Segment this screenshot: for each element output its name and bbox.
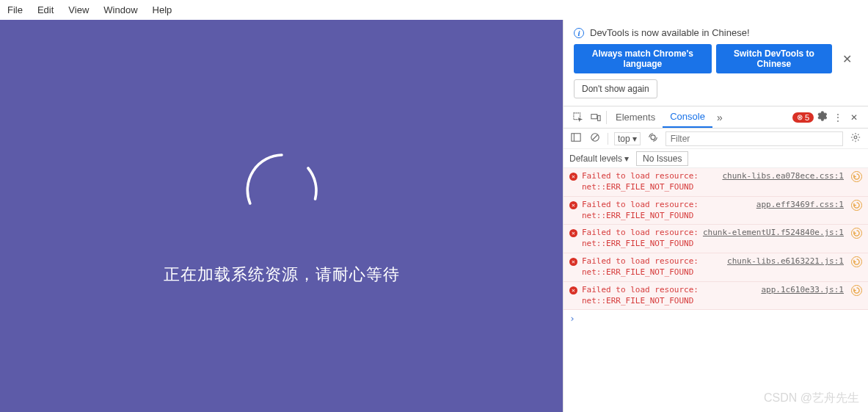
sidebar-toggle-icon[interactable] (569, 132, 583, 145)
error-icon: ✕ (569, 286, 577, 294)
more-tabs-icon[interactable]: » (712, 112, 727, 123)
console-output: ✕ Failed to load resource: net::ERR_FILE… (564, 168, 868, 412)
error-message: Failed to load resource: net::ERR_FILE_N… (582, 256, 723, 278)
console-toolbar-secondary: Default levels ▾ No Issues (564, 149, 868, 168)
console-error-row: ✕ Failed to load resource: net::ERR_FILE… (564, 225, 868, 253)
chevron-down-icon: ▾ (624, 153, 629, 164)
tab-elements[interactable]: Elements (608, 106, 663, 128)
console-error-row: ✕ Failed to load resource: net::ERR_FILE… (564, 253, 868, 282)
vm-icon[interactable] (851, 171, 862, 182)
error-icon: ✕ (569, 258, 577, 266)
filter-input[interactable] (665, 131, 843, 146)
devtools-locale-banner: i DevTools is now available in Chinese! … (564, 20, 868, 106)
console-settings-icon[interactable] (849, 132, 862, 145)
svg-point-8 (854, 136, 857, 139)
console-error-row: ✕ Failed to load resource: net::ERR_FILE… (564, 282, 868, 311)
info-icon: i (574, 28, 584, 38)
console-error-row: ✕ Failed to load resource: net::ERR_FILE… (564, 197, 868, 225)
chevron-down-icon: ▾ (632, 134, 637, 144)
error-source-link[interactable]: chunk-libs.ea078ece.css:1 (722, 171, 844, 181)
vm-icon[interactable] (851, 200, 862, 211)
banner-message: DevTools is now available in Chinese! (590, 27, 750, 38)
loading-text: 正在加载系统资源，请耐心等待 (164, 264, 400, 286)
error-message: Failed to load resource: net::ERR_FILE_N… (582, 200, 752, 222)
dont-show-again-button[interactable]: Don't show again (574, 79, 657, 98)
inspect-icon[interactable] (569, 106, 587, 128)
error-icon: ✕ (569, 201, 577, 209)
tab-console[interactable]: Console (663, 106, 712, 128)
error-source-link[interactable]: app.eff3469f.css:1 (756, 200, 844, 209)
app-menubar: File Edit View Window Help (0, 0, 868, 20)
vm-icon[interactable] (851, 228, 862, 239)
svg-rect-1 (591, 114, 597, 118)
issues-button[interactable]: No Issues (636, 151, 688, 166)
menu-window[interactable]: Window (96, 3, 145, 17)
error-message: Failed to load resource: net::ERR_FILE_N… (582, 228, 699, 250)
error-icon: ✕ (569, 173, 577, 181)
vm-icon[interactable] (851, 285, 862, 296)
svg-rect-3 (572, 134, 580, 142)
gear-icon[interactable] (814, 111, 830, 123)
console-error-row: ✕ Failed to load resource: net::ERR_FILE… (564, 168, 868, 197)
error-source-link[interactable]: chunk-libs.e6163221.js:1 (727, 256, 844, 266)
loading-spinner (238, 146, 326, 234)
error-count-badge[interactable]: 5 (792, 112, 814, 123)
devtools-tab-bar: Elements Console » 5 ⋮ ✕ (564, 106, 868, 129)
always-match-language-button[interactable]: Always match Chrome's language (574, 44, 712, 73)
console-prompt[interactable]: › (564, 310, 868, 327)
clear-console-icon[interactable] (588, 132, 602, 145)
menu-file[interactable]: File (0, 3, 30, 17)
close-icon[interactable]: ✕ (836, 52, 858, 66)
menu-help[interactable]: Help (145, 3, 180, 17)
switch-to-chinese-button[interactable]: Switch DevTools to Chinese (716, 44, 832, 73)
devtools-close-icon[interactable]: ✕ (846, 112, 862, 123)
error-source-link[interactable]: app.1c610e33.js:1 (761, 285, 844, 294)
svg-rect-2 (598, 115, 601, 120)
menu-view[interactable]: View (61, 3, 96, 17)
context-selector[interactable]: top ▾ (614, 132, 641, 145)
devtools-panel: i DevTools is now available in Chinese! … (563, 20, 868, 412)
log-levels-selector[interactable]: Default levels ▾ (569, 153, 629, 164)
error-message: Failed to load resource: net::ERR_FILE_N… (582, 171, 718, 193)
svg-point-7 (651, 135, 655, 140)
error-source-link[interactable]: chunk-elementUI.f524840e.js:1 (703, 228, 844, 237)
console-toolbar: top ▾ (564, 129, 868, 149)
error-icon: ✕ (569, 229, 577, 237)
error-message: Failed to load resource: net::ERR_FILE_N… (582, 285, 756, 307)
device-toggle-icon[interactable] (587, 106, 605, 128)
live-expression-icon[interactable] (646, 132, 660, 145)
svg-line-6 (593, 135, 598, 140)
app-viewport: 正在加载系统资源，请耐心等待 (0, 20, 563, 412)
kebab-menu-icon[interactable]: ⋮ (830, 112, 846, 123)
menu-edit[interactable]: Edit (30, 3, 61, 17)
vm-icon[interactable] (851, 256, 862, 267)
